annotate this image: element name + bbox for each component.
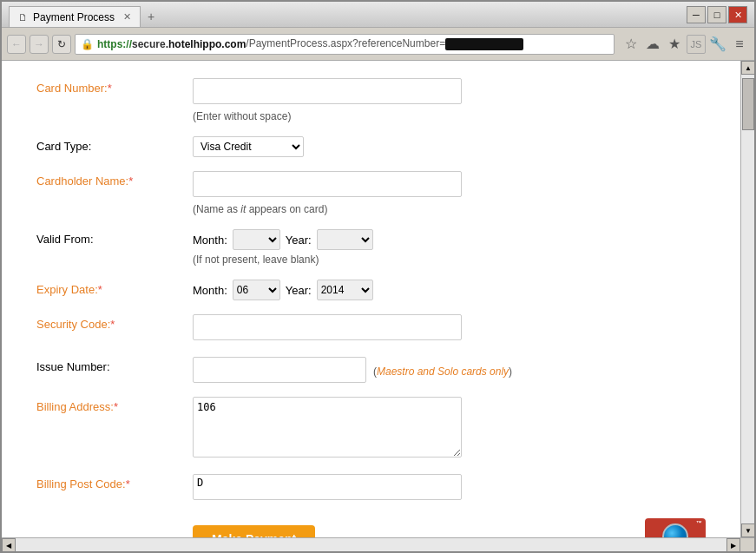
expiry-date-label: Expiry Date:* <box>36 280 193 296</box>
bookmark-star-icon[interactable]: ☆ <box>621 35 641 54</box>
valid-from-row: Valid From: Month: 010203 040506 070809 … <box>36 229 706 266</box>
card-type-field: Visa Credit Visa Debit Mastercard Maestr… <box>193 136 706 157</box>
billing-address-row: Billing Address:* 106 <box>36 397 706 460</box>
active-tab[interactable]: 🗋 Payment Process ✕ <box>9 6 141 27</box>
tab-title: Payment Process <box>33 11 115 23</box>
issue-number-field: (Maestro and Solo cards only) <box>193 357 706 383</box>
puzzle-icon[interactable]: 🔧 <box>708 35 727 54</box>
valid-from-hint: (If not present, leave blank) <box>193 253 706 266</box>
valid-from-date-row: Month: 010203 040506 070809 101112 Year: <box>193 229 706 250</box>
billing-address-input[interactable]: 106 <box>193 397 462 458</box>
security-code-input[interactable] <box>193 314 462 340</box>
billing-postcode-input[interactable]: D <box>193 474 462 500</box>
issue-number-hint: (Maestro and Solo cards only) <box>373 365 512 378</box>
valid-from-month-select[interactable]: 010203 040506 070809 101112 <box>233 229 280 250</box>
new-tab-button[interactable]: + <box>141 6 161 27</box>
cardholder-name-hint: (Name as it appears on card) <box>193 203 706 215</box>
page-wrapper: Card Number:* (Enter without space) Card… <box>36 78 706 537</box>
window-controls: ─ □ ✕ <box>687 6 747 23</box>
valid-from-year-label: Year: <box>286 234 312 247</box>
cardholder-name-row: Cardholder Name:* (Name as it appears on… <box>36 171 706 215</box>
menu-icon[interactable]: ≡ <box>730 35 749 54</box>
cloud-icon[interactable]: ☁ <box>643 35 662 54</box>
card-number-field: (Enter without space) <box>193 78 706 122</box>
url-domain: secure.hotelhippo.com <box>132 38 246 50</box>
expiry-year-label: Year: <box>286 284 312 297</box>
card-type-label: Card Type: <box>36 136 193 153</box>
comodo-badge: ™ COMODO AUTHENTIC & SECURE <box>645 518 706 537</box>
cardholder-name-input[interactable] <box>193 171 462 197</box>
browser-window: 🗋 Payment Process ✕ + ─ □ ✕ ← → ↻ 🔒 http… <box>0 0 756 553</box>
tab-page-icon: 🗋 <box>18 12 28 23</box>
billing-postcode-label: Billing Post Code:* <box>36 474 193 490</box>
tab-strip: 🗋 Payment Process ✕ + <box>9 2 161 27</box>
scroll-down-button[interactable]: ▼ <box>741 523 754 537</box>
valid-from-year-select[interactable]: 201320142015 201620172018 <box>317 229 373 250</box>
maximize-button[interactable]: □ <box>707 6 726 23</box>
toolbar-icons: ☆ ☁ ★ JS 🔧 ≡ <box>621 35 749 54</box>
js-badge: JS <box>687 35 706 54</box>
issue-number-input[interactable] <box>193 357 366 383</box>
billing-postcode-field: D <box>193 474 706 503</box>
page-main: Card Number:* (Enter without space) Card… <box>2 61 740 537</box>
expiry-date-row: Expiry Date:* Month: 010203 040506 07080… <box>36 280 706 300</box>
scroll-right-button[interactable]: ▶ <box>726 538 740 552</box>
h-scrollbar-track[interactable] <box>16 538 726 551</box>
comodo-shield: ™ COMODO AUTHENTIC & SECURE <box>645 518 706 537</box>
billing-address-label: Billing Address:* <box>36 397 193 413</box>
bottom-bar: ◀ ▶ <box>2 537 754 551</box>
issue-number-row: Issue Number: (Maestro and Solo cards on… <box>36 357 706 383</box>
url-bar[interactable]: 🔒 https://secure.hotelhippo.com/PaymentP… <box>75 34 615 55</box>
security-code-field <box>193 314 706 343</box>
scroll-corner <box>740 538 754 551</box>
scroll-left-button[interactable]: ◀ <box>2 538 16 552</box>
card-type-row: Card Type: Visa Credit Visa Debit Master… <box>36 136 706 157</box>
card-type-select[interactable]: Visa Credit Visa Debit Mastercard Maestr… <box>193 136 304 157</box>
expiry-month-label: Month: <box>193 284 227 297</box>
expiry-month-select[interactable]: 010203 040506 070809 101112 <box>233 280 280 300</box>
card-number-row: Card Number:* (Enter without space) <box>36 78 706 122</box>
lock-icon: 🔒 <box>81 38 94 50</box>
forward-button[interactable]: → <box>30 35 49 54</box>
expiry-year-select[interactable]: 20132014 20152016 20172018 <box>317 280 373 300</box>
billing-address-field: 106 <box>193 397 706 460</box>
card-number-input[interactable] <box>193 78 462 104</box>
address-bar: ← → ↻ 🔒 https://secure.hotelhippo.com/Pa… <box>2 28 754 61</box>
url-redacted <box>445 38 523 50</box>
cardholder-name-label: Cardholder Name:* <box>36 171 193 188</box>
valid-from-label: Valid From: <box>36 229 193 246</box>
expiry-date-field: Month: 010203 040506 070809 101112 Year:… <box>193 280 706 300</box>
reload-button[interactable]: ↻ <box>52 35 71 54</box>
issue-number-label: Issue Number: <box>36 357 193 373</box>
close-button[interactable]: ✕ <box>728 6 747 23</box>
security-code-label: Security Code:* <box>36 314 193 331</box>
comodo-globe-icon <box>662 523 688 538</box>
url-scheme: https:// <box>97 38 132 50</box>
back-button[interactable]: ← <box>7 35 26 54</box>
scroll-up-button[interactable]: ▲ <box>741 61 754 75</box>
page-content: Card Number:* (Enter without space) Card… <box>2 61 754 537</box>
security-code-row: Security Code:* <box>36 314 706 343</box>
scrollbar-track[interactable] <box>741 75 754 523</box>
expiry-date-row-inner: Month: 010203 040506 070809 101112 Year:… <box>193 280 706 300</box>
minimize-button[interactable]: ─ <box>687 6 706 23</box>
tab-close-button[interactable]: ✕ <box>123 11 131 23</box>
card-number-hint: (Enter without space) <box>193 110 706 122</box>
cardholder-name-field: (Name as it appears on card) <box>193 171 706 215</box>
url-path: /PaymentProcess.aspx?referenceNumber= <box>246 37 523 50</box>
vertical-scrollbar[interactable]: ▲ ▼ <box>740 61 754 537</box>
scrollbar-thumb[interactable] <box>742 78 754 130</box>
card-number-label: Card Number:* <box>36 78 193 95</box>
submit-row: Make Payment <box>36 517 706 537</box>
star-icon[interactable]: ★ <box>665 35 684 54</box>
valid-from-month-label: Month: <box>193 234 227 247</box>
title-bar: 🗋 Payment Process ✕ + ─ □ ✕ <box>2 2 754 28</box>
valid-from-field: Month: 010203 040506 070809 101112 Year: <box>193 229 706 266</box>
billing-postcode-row: Billing Post Code:* D <box>36 474 706 503</box>
comodo-tm: ™ <box>696 520 702 526</box>
make-payment-button[interactable]: Make Payment <box>193 525 315 537</box>
